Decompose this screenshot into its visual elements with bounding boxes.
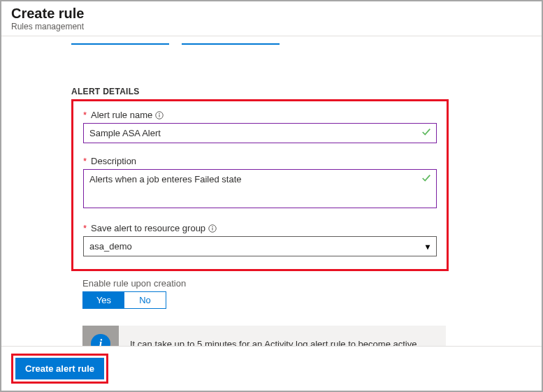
required-asterisk: * xyxy=(83,223,87,233)
svg-point-4 xyxy=(212,226,213,227)
page-subtitle: Rules management xyxy=(11,22,532,31)
page-title: Create rule xyxy=(11,6,532,22)
resource-group-select[interactable]: asa_demo xyxy=(83,236,437,256)
svg-rect-2 xyxy=(159,114,160,117)
description-input[interactable]: Alerts when a job enteres Failed state xyxy=(83,169,437,208)
enable-rule-block: Enable rule upon creation Yes No xyxy=(82,278,535,309)
enable-no-button[interactable]: No xyxy=(124,292,166,308)
valid-check-icon xyxy=(421,173,431,185)
required-asterisk: * xyxy=(83,110,87,120)
svg-rect-5 xyxy=(212,227,213,230)
pane-footer: Create alert rule xyxy=(1,346,542,391)
tab-underline xyxy=(71,42,169,45)
tab-underline xyxy=(182,42,280,45)
create-button-highlight: Create alert rule xyxy=(11,354,108,384)
label-description: * Description xyxy=(83,156,437,166)
info-icon[interactable] xyxy=(155,111,164,119)
label-resource-group: * Save alert to resource group xyxy=(83,223,437,233)
valid-check-icon xyxy=(421,127,431,139)
main-content: ALERT DETAILS * Alert rule name xyxy=(1,45,542,362)
field-resource-group: * Save alert to resource group asa_demo … xyxy=(83,223,437,256)
pane-header: Create rule Rules management xyxy=(1,1,542,36)
create-alert-rule-button[interactable]: Create alert rule xyxy=(15,358,104,379)
label-alert-rule-name: * Alert rule name xyxy=(83,110,437,120)
enable-rule-toggle: Yes No xyxy=(82,291,166,309)
enable-rule-label: Enable rule upon creation xyxy=(82,278,535,289)
alert-details-highlight: * Alert rule name * Description xyxy=(71,99,449,271)
label-text: Save alert to resource group xyxy=(91,223,205,233)
svg-point-1 xyxy=(159,112,160,114)
alert-rule-name-input[interactable] xyxy=(83,123,437,143)
info-icon[interactable] xyxy=(208,224,217,233)
create-rule-pane: Create rule Rules management ALERT DETAI… xyxy=(0,0,543,392)
required-asterisk: * xyxy=(83,156,87,166)
section-title-alert-details: ALERT DETAILS xyxy=(71,87,535,96)
label-text: Alert rule name xyxy=(91,110,152,120)
field-alert-rule-name: * Alert rule name xyxy=(83,110,437,143)
label-text: Description xyxy=(91,156,136,166)
field-description: * Description Alerts when a job enteres … xyxy=(83,156,437,210)
enable-yes-button[interactable]: Yes xyxy=(83,292,124,308)
